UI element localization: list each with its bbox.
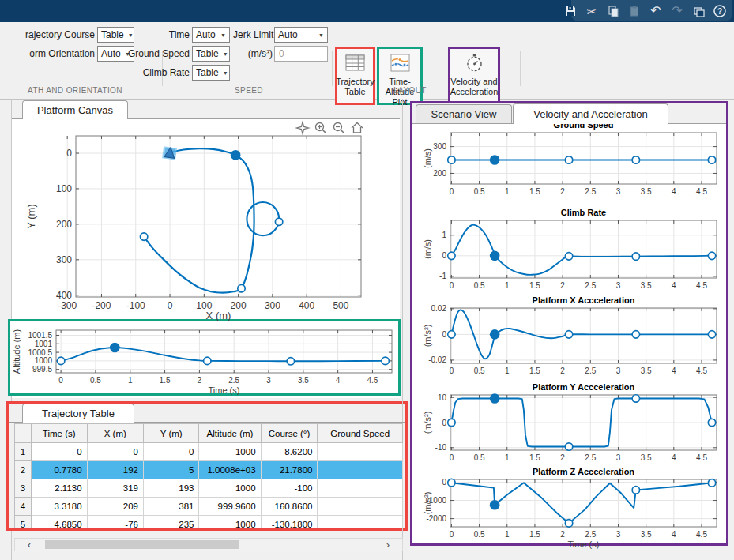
svg-text:0: 0 bbox=[442, 330, 446, 339]
svg-text:4: 4 bbox=[672, 453, 676, 462]
zoom-in-icon[interactable] bbox=[314, 121, 328, 135]
trajectory-table-button[interactable]: Trajectory Table bbox=[335, 47, 375, 105]
section-divider bbox=[332, 51, 333, 86]
trajectory-course-label: rajectory Course bbox=[0, 29, 95, 40]
svg-text:3.5: 3.5 bbox=[298, 376, 309, 385]
svg-text:3: 3 bbox=[616, 366, 621, 375]
copy-icon[interactable] bbox=[605, 3, 621, 19]
svg-text:1.5: 1.5 bbox=[160, 376, 171, 385]
svg-text:4.5: 4.5 bbox=[367, 376, 378, 385]
svg-text:2.5: 2.5 bbox=[585, 187, 596, 196]
svg-text:4.5: 4.5 bbox=[696, 187, 707, 196]
svg-text:2.5: 2.5 bbox=[228, 376, 239, 385]
svg-text:1000: 1000 bbox=[35, 356, 53, 365]
y-acceleration-plot[interactable]: 00.511.522.533.544.5-10010Platform Y Acc… bbox=[413, 387, 725, 474]
tab-trajectory-table[interactable]: Trajectory Table bbox=[22, 404, 134, 423]
svg-text:4: 4 bbox=[672, 187, 676, 196]
cut-icon[interactable]: ✂ bbox=[584, 3, 600, 19]
svg-text:2: 2 bbox=[560, 366, 565, 375]
scroll-left-icon[interactable]: ‹ bbox=[28, 539, 31, 551]
time-altitude-plot-button[interactable]: Time-Altitude Plot bbox=[377, 47, 423, 105]
platform-orientation-label: orm Orientation bbox=[0, 48, 95, 59]
svg-text:2.5: 2.5 bbox=[585, 453, 596, 462]
svg-text:2: 2 bbox=[560, 530, 565, 539]
paste-icon[interactable] bbox=[627, 3, 642, 19]
undo-icon[interactable]: ↶ bbox=[648, 3, 664, 19]
save-icon[interactable] bbox=[563, 3, 578, 19]
time-altitude-plot[interactable]: 00.511.522.533.544.5999.510001000.510011… bbox=[10, 321, 398, 393]
z-acceleration-plot[interactable]: 00.511.522.533.544.50-1000-2000Platform … bbox=[413, 474, 725, 544]
svg-text:0: 0 bbox=[168, 300, 173, 311]
svg-text:-1: -1 bbox=[439, 272, 446, 280]
svg-text:-100: -100 bbox=[126, 300, 145, 311]
svg-text:0.5: 0.5 bbox=[474, 453, 485, 462]
svg-text:3: 3 bbox=[616, 530, 621, 539]
scroll-right-icon[interactable]: › bbox=[386, 539, 390, 551]
svg-text:0: 0 bbox=[442, 251, 446, 260]
svg-text:Time (s): Time (s) bbox=[209, 385, 240, 395]
tab-platform-canvas[interactable]: Platform Canvas bbox=[22, 100, 128, 119]
svg-text:1.5: 1.5 bbox=[529, 187, 540, 196]
ground-speed-plot[interactable]: 00.511.522.533.544.5200300Ground Speed(m… bbox=[413, 121, 725, 210]
tab-velocity-acceleration[interactable]: Velocity and Acceleration bbox=[513, 103, 668, 124]
svg-text:4.5: 4.5 bbox=[696, 530, 707, 539]
svg-text:4: 4 bbox=[672, 366, 676, 375]
windows-layout-icon[interactable] bbox=[691, 3, 706, 19]
svg-text:10: 10 bbox=[438, 393, 447, 402]
scrollbar-thumb[interactable] bbox=[45, 540, 239, 549]
svg-text:X (m): X (m) bbox=[206, 310, 231, 321]
svg-text:0.5: 0.5 bbox=[474, 530, 485, 539]
table-icon bbox=[344, 53, 366, 73]
svg-text:3: 3 bbox=[616, 453, 621, 462]
time-dropdown[interactable]: Auto▼ bbox=[192, 27, 230, 43]
svg-text:-2000: -2000 bbox=[426, 514, 446, 523]
zoom-out-icon[interactable] bbox=[332, 121, 346, 135]
section-layout: LAYOUT bbox=[335, 86, 485, 95]
svg-text:0: 0 bbox=[442, 478, 446, 487]
x-acceleration-plot[interactable]: 00.511.522.533.544.5-0.0200.02Platform X… bbox=[413, 300, 725, 387]
redo-icon[interactable]: ↷ bbox=[669, 3, 685, 19]
climb-rate-plot[interactable]: 00.511.522.533.544.5-101Climb Rate(m/s) bbox=[413, 210, 725, 300]
climb-rate-label: Climb Rate bbox=[119, 67, 190, 78]
svg-text:3.5: 3.5 bbox=[641, 453, 652, 462]
svg-text:1.5: 1.5 bbox=[529, 530, 540, 539]
velocity-acceleration-button[interactable]: Velocity and Acceleration bbox=[448, 47, 500, 105]
svg-text:0.5: 0.5 bbox=[474, 366, 485, 375]
svg-text:2.5: 2.5 bbox=[585, 281, 596, 290]
svg-text:Platform Z Accceleration: Platform Z Accceleration bbox=[533, 467, 634, 476]
svg-text:4: 4 bbox=[672, 530, 676, 539]
section-speed: SPEED bbox=[174, 86, 324, 95]
svg-text:1: 1 bbox=[442, 231, 446, 239]
svg-text:200: 200 bbox=[56, 219, 72, 230]
svg-text:Y (m): Y (m) bbox=[25, 204, 37, 229]
time-altitude-plot-icon bbox=[390, 53, 411, 73]
climb-rate-dropdown[interactable]: Table▼ bbox=[192, 65, 230, 81]
home-icon[interactable] bbox=[350, 121, 364, 135]
svg-text:2: 2 bbox=[560, 281, 565, 290]
svg-text:300: 300 bbox=[433, 142, 446, 151]
svg-text:2: 2 bbox=[560, 453, 565, 462]
svg-text:3: 3 bbox=[266, 376, 271, 385]
ground-speed-dropdown[interactable]: Table▼ bbox=[192, 46, 230, 62]
svg-text:2: 2 bbox=[198, 376, 202, 385]
pan-icon[interactable] bbox=[295, 121, 310, 135]
svg-text:0: 0 bbox=[66, 148, 72, 159]
time-label: Time bbox=[119, 29, 190, 40]
svg-text:100: 100 bbox=[56, 183, 72, 194]
svg-text:1: 1 bbox=[505, 281, 510, 290]
svg-text:0.5: 0.5 bbox=[474, 281, 485, 290]
jerk-limit-input[interactable]: 0 bbox=[274, 46, 328, 62]
svg-text:0.5: 0.5 bbox=[90, 376, 101, 385]
svg-text:0: 0 bbox=[450, 187, 454, 196]
svg-text:1: 1 bbox=[505, 530, 510, 539]
svg-text:(m/s): (m/s) bbox=[423, 148, 432, 168]
svg-text:4: 4 bbox=[672, 281, 676, 290]
help-icon[interactable]: ? bbox=[712, 3, 728, 19]
trajectory-table[interactable]: Time (s)X (m)Y (m)Altitude (m)Course (°)… bbox=[14, 423, 403, 528]
horizontal-scrollbar[interactable]: ‹ › bbox=[14, 538, 403, 551]
platform-canvas-plot[interactable]: -300-200-1000100200300400500010020030040… bbox=[16, 118, 387, 320]
jerk-limit-dropdown[interactable]: Auto▼ bbox=[274, 27, 328, 43]
ribbon: rajectory Course Table▼ orm Orientation … bbox=[0, 22, 734, 100]
svg-text:(m/s²): (m/s²) bbox=[423, 412, 432, 434]
button-label-line: Plot bbox=[393, 97, 408, 107]
